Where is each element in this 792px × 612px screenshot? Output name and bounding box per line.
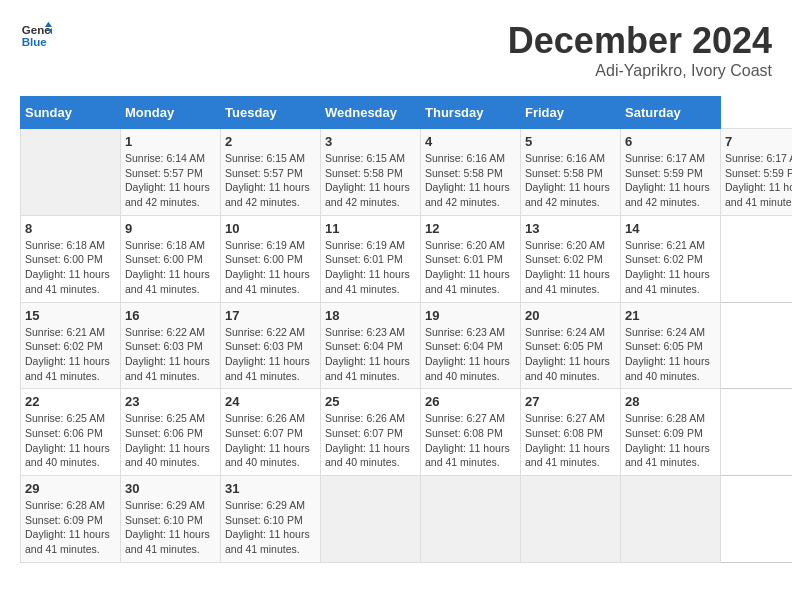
location-subtitle: Adi-Yaprikro, Ivory Coast	[508, 62, 772, 80]
day-number: 6	[625, 134, 716, 149]
day-info: Sunrise: 6:15 AMSunset: 5:57 PMDaylight:…	[225, 151, 316, 210]
calendar-table: SundayMondayTuesdayWednesdayThursdayFrid…	[20, 96, 792, 563]
calendar-week-row: 8Sunrise: 6:18 AMSunset: 6:00 PMDaylight…	[21, 215, 793, 302]
col-header-saturday: Saturday	[621, 97, 721, 129]
calendar-cell: 29Sunrise: 6:28 AMSunset: 6:09 PMDayligh…	[21, 476, 121, 563]
day-info: Sunrise: 6:26 AMSunset: 6:07 PMDaylight:…	[225, 411, 316, 470]
calendar-cell: 2Sunrise: 6:15 AMSunset: 5:57 PMDaylight…	[221, 129, 321, 216]
calendar-cell: 15Sunrise: 6:21 AMSunset: 6:02 PMDayligh…	[21, 302, 121, 389]
day-info: Sunrise: 6:26 AMSunset: 6:07 PMDaylight:…	[325, 411, 416, 470]
calendar-week-row: 15Sunrise: 6:21 AMSunset: 6:02 PMDayligh…	[21, 302, 793, 389]
day-number: 3	[325, 134, 416, 149]
calendar-cell: 6Sunrise: 6:17 AMSunset: 5:59 PMDaylight…	[621, 129, 721, 216]
day-number: 22	[25, 394, 116, 409]
calendar-cell: 22Sunrise: 6:25 AMSunset: 6:06 PMDayligh…	[21, 389, 121, 476]
day-number: 17	[225, 308, 316, 323]
day-info: Sunrise: 6:28 AMSunset: 6:09 PMDaylight:…	[25, 498, 116, 557]
col-header-monday: Monday	[121, 97, 221, 129]
title-area: December 2024 Adi-Yaprikro, Ivory Coast	[508, 20, 772, 80]
logo-icon: General Blue	[20, 20, 52, 52]
calendar-cell: 8Sunrise: 6:18 AMSunset: 6:00 PMDaylight…	[21, 215, 121, 302]
calendar-week-row: 1Sunrise: 6:14 AMSunset: 5:57 PMDaylight…	[21, 129, 793, 216]
calendar-cell: 27Sunrise: 6:27 AMSunset: 6:08 PMDayligh…	[521, 389, 621, 476]
page-header: General Blue December 2024 Adi-Yaprikro,…	[20, 20, 772, 80]
day-info: Sunrise: 6:27 AMSunset: 6:08 PMDaylight:…	[525, 411, 616, 470]
day-info: Sunrise: 6:16 AMSunset: 5:58 PMDaylight:…	[425, 151, 516, 210]
logo: General Blue	[20, 20, 52, 52]
day-info: Sunrise: 6:25 AMSunset: 6:06 PMDaylight:…	[25, 411, 116, 470]
day-info: Sunrise: 6:24 AMSunset: 6:05 PMDaylight:…	[625, 325, 716, 384]
day-number: 10	[225, 221, 316, 236]
day-number: 4	[425, 134, 516, 149]
col-header-tuesday: Tuesday	[221, 97, 321, 129]
day-number: 7	[725, 134, 792, 149]
day-number: 24	[225, 394, 316, 409]
day-number: 13	[525, 221, 616, 236]
day-number: 2	[225, 134, 316, 149]
calendar-cell: 31Sunrise: 6:29 AMSunset: 6:10 PMDayligh…	[221, 476, 321, 563]
day-info: Sunrise: 6:17 AMSunset: 5:59 PMDaylight:…	[725, 151, 792, 210]
calendar-cell: 1Sunrise: 6:14 AMSunset: 5:57 PMDaylight…	[121, 129, 221, 216]
calendar-cell: 26Sunrise: 6:27 AMSunset: 6:08 PMDayligh…	[421, 389, 521, 476]
day-info: Sunrise: 6:19 AMSunset: 6:00 PMDaylight:…	[225, 238, 316, 297]
day-number: 31	[225, 481, 316, 496]
day-number: 26	[425, 394, 516, 409]
day-info: Sunrise: 6:21 AMSunset: 6:02 PMDaylight:…	[25, 325, 116, 384]
calendar-cell: 30Sunrise: 6:29 AMSunset: 6:10 PMDayligh…	[121, 476, 221, 563]
day-info: Sunrise: 6:17 AMSunset: 5:59 PMDaylight:…	[625, 151, 716, 210]
calendar-cell	[21, 129, 121, 216]
calendar-cell: 10Sunrise: 6:19 AMSunset: 6:00 PMDayligh…	[221, 215, 321, 302]
calendar-cell: 3Sunrise: 6:15 AMSunset: 5:58 PMDaylight…	[321, 129, 421, 216]
day-number: 25	[325, 394, 416, 409]
col-header-friday: Friday	[521, 97, 621, 129]
day-info: Sunrise: 6:29 AMSunset: 6:10 PMDaylight:…	[225, 498, 316, 557]
calendar-cell: 20Sunrise: 6:24 AMSunset: 6:05 PMDayligh…	[521, 302, 621, 389]
calendar-cell: 17Sunrise: 6:22 AMSunset: 6:03 PMDayligh…	[221, 302, 321, 389]
day-number: 16	[125, 308, 216, 323]
calendar-week-row: 29Sunrise: 6:28 AMSunset: 6:09 PMDayligh…	[21, 476, 793, 563]
calendar-cell	[621, 476, 721, 563]
col-header-thursday: Thursday	[421, 97, 521, 129]
day-number: 8	[25, 221, 116, 236]
day-info: Sunrise: 6:23 AMSunset: 6:04 PMDaylight:…	[425, 325, 516, 384]
calendar-cell	[521, 476, 621, 563]
day-number: 23	[125, 394, 216, 409]
calendar-cell: 5Sunrise: 6:16 AMSunset: 5:58 PMDaylight…	[521, 129, 621, 216]
calendar-cell: 7Sunrise: 6:17 AMSunset: 5:59 PMDaylight…	[721, 129, 793, 216]
calendar-cell: 18Sunrise: 6:23 AMSunset: 6:04 PMDayligh…	[321, 302, 421, 389]
day-number: 1	[125, 134, 216, 149]
calendar-cell: 19Sunrise: 6:23 AMSunset: 6:04 PMDayligh…	[421, 302, 521, 389]
day-info: Sunrise: 6:28 AMSunset: 6:09 PMDaylight:…	[625, 411, 716, 470]
day-number: 14	[625, 221, 716, 236]
calendar-cell: 23Sunrise: 6:25 AMSunset: 6:06 PMDayligh…	[121, 389, 221, 476]
svg-text:Blue: Blue	[22, 36, 48, 48]
col-header-wednesday: Wednesday	[321, 97, 421, 129]
day-info: Sunrise: 6:19 AMSunset: 6:01 PMDaylight:…	[325, 238, 416, 297]
calendar-cell: 9Sunrise: 6:18 AMSunset: 6:00 PMDaylight…	[121, 215, 221, 302]
day-number: 29	[25, 481, 116, 496]
day-number: 27	[525, 394, 616, 409]
day-number: 11	[325, 221, 416, 236]
day-number: 28	[625, 394, 716, 409]
day-info: Sunrise: 6:20 AMSunset: 6:02 PMDaylight:…	[525, 238, 616, 297]
col-header-sunday: Sunday	[21, 97, 121, 129]
calendar-cell: 11Sunrise: 6:19 AMSunset: 6:01 PMDayligh…	[321, 215, 421, 302]
day-info: Sunrise: 6:18 AMSunset: 6:00 PMDaylight:…	[125, 238, 216, 297]
day-info: Sunrise: 6:16 AMSunset: 5:58 PMDaylight:…	[525, 151, 616, 210]
calendar-cell: 21Sunrise: 6:24 AMSunset: 6:05 PMDayligh…	[621, 302, 721, 389]
day-number: 15	[25, 308, 116, 323]
day-info: Sunrise: 6:21 AMSunset: 6:02 PMDaylight:…	[625, 238, 716, 297]
day-info: Sunrise: 6:24 AMSunset: 6:05 PMDaylight:…	[525, 325, 616, 384]
calendar-week-row: 22Sunrise: 6:25 AMSunset: 6:06 PMDayligh…	[21, 389, 793, 476]
day-info: Sunrise: 6:18 AMSunset: 6:00 PMDaylight:…	[25, 238, 116, 297]
day-number: 12	[425, 221, 516, 236]
calendar-header-row: SundayMondayTuesdayWednesdayThursdayFrid…	[21, 97, 793, 129]
calendar-cell: 4Sunrise: 6:16 AMSunset: 5:58 PMDaylight…	[421, 129, 521, 216]
day-info: Sunrise: 6:23 AMSunset: 6:04 PMDaylight:…	[325, 325, 416, 384]
calendar-cell: 24Sunrise: 6:26 AMSunset: 6:07 PMDayligh…	[221, 389, 321, 476]
day-number: 5	[525, 134, 616, 149]
calendar-cell	[321, 476, 421, 563]
day-info: Sunrise: 6:29 AMSunset: 6:10 PMDaylight:…	[125, 498, 216, 557]
calendar-cell: 13Sunrise: 6:20 AMSunset: 6:02 PMDayligh…	[521, 215, 621, 302]
day-info: Sunrise: 6:20 AMSunset: 6:01 PMDaylight:…	[425, 238, 516, 297]
